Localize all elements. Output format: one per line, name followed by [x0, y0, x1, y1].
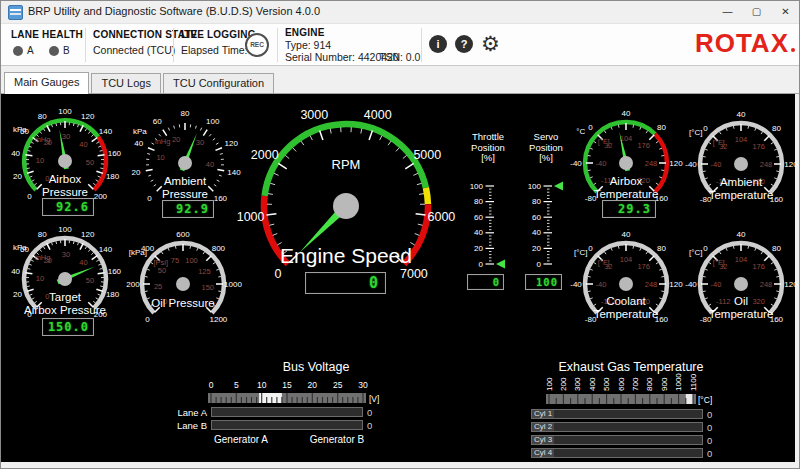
engine-label: ENGINE	[285, 27, 325, 38]
generator-a-label: Generator A	[195, 434, 287, 445]
svg-text:100: 100	[528, 182, 542, 191]
svg-text:100: 100	[206, 117, 220, 126]
svg-text:120: 120	[81, 112, 95, 121]
svg-text:[°F]: [°F]	[713, 258, 725, 267]
maximize-button[interactable]: ▢	[742, 1, 771, 23]
airbox-pressure-title: Airbox Pressure	[6, 173, 124, 199]
svg-text:7000: 7000	[400, 267, 428, 281]
app-icon	[8, 5, 23, 20]
svg-text:600: 600	[176, 232, 190, 239]
lane-b-value: 0	[367, 420, 372, 431]
lane-a-value: 0	[367, 407, 372, 418]
cyl-2-value: 0	[707, 422, 712, 433]
svg-text:30: 30	[62, 250, 70, 259]
airbox-temperature-readout: 29.3	[602, 200, 656, 218]
svg-text:[°C]: [°C]	[698, 395, 712, 405]
svg-text:104: 104	[620, 255, 633, 264]
svg-text:40: 40	[134, 139, 143, 148]
bus-voltage-scale: 051015202530[V]	[207, 380, 385, 406]
ambient-pressure-readout: 92.9	[162, 200, 214, 218]
svg-text:176: 176	[637, 141, 650, 150]
svg-text:200: 200	[126, 280, 140, 289]
app-window: BRP Utility and Diagnostic Software (B.U…	[0, 0, 800, 469]
svg-text:inHg: inHg	[35, 253, 50, 262]
svg-text:176: 176	[752, 142, 765, 151]
svg-text:248: 248	[645, 159, 658, 168]
svg-text:80: 80	[772, 244, 781, 253]
svg-text:0: 0	[479, 260, 484, 269]
svg-text:100: 100	[185, 256, 198, 265]
tab-main-gauges[interactable]: Main Gauges	[4, 72, 89, 94]
title-bar: BRP Utility and Diagnostic Software (B.U…	[1, 1, 799, 23]
oil-pressure-dial: 0200400600800100012000255075100125150[kP…	[124, 232, 242, 326]
svg-text:176: 176	[752, 262, 765, 271]
cyl-3-label: Cyl 3	[532, 436, 554, 444]
svg-text:80: 80	[38, 230, 47, 239]
engine-speed-title: Engine Speed	[231, 245, 461, 267]
svg-text:248: 248	[760, 280, 773, 289]
svg-text:15: 15	[282, 380, 292, 390]
svg-text:25: 25	[154, 282, 162, 291]
svg-text:kPa: kPa	[133, 127, 147, 136]
info-icon[interactable]: i	[429, 35, 447, 53]
svg-text:3000: 3000	[300, 108, 328, 122]
coolant-temperature-title: Coolant Temperature	[567, 295, 685, 321]
svg-text:100: 100	[470, 182, 484, 191]
svg-text:80: 80	[657, 244, 666, 253]
svg-text:-40: -40	[685, 160, 697, 169]
svg-text:176: 176	[637, 262, 650, 271]
svg-text:40: 40	[532, 228, 541, 237]
svg-text:10: 10	[36, 156, 44, 165]
svg-text:40: 40	[737, 232, 746, 239]
tab-tcu-configuration[interactable]: TCU Configuration	[163, 73, 274, 93]
record-button[interactable]: REC	[245, 33, 269, 57]
svg-text:40: 40	[737, 112, 746, 119]
svg-text:10: 10	[257, 380, 267, 390]
svg-text:100: 100	[58, 109, 72, 116]
svg-text:100: 100	[58, 227, 72, 234]
svg-text:160: 160	[108, 149, 122, 158]
engine-speed-readout: 0	[305, 272, 386, 294]
svg-text:-40: -40	[685, 280, 697, 289]
svg-text:°C: °C	[576, 127, 585, 136]
bus-voltage-title: Bus Voltage	[254, 361, 378, 374]
engine-type: Type: 914	[285, 39, 331, 51]
servo-position-readout: 100	[525, 274, 562, 290]
tab-tcu-logs[interactable]: TCU Logs	[91, 73, 161, 93]
svg-text:40: 40	[79, 258, 87, 267]
help-icon[interactable]: ?	[455, 35, 473, 53]
svg-text:300: 300	[573, 377, 582, 391]
throttle-position-readout: 0	[467, 274, 504, 290]
svg-text:100: 100	[545, 377, 554, 391]
svg-text:10: 10	[156, 153, 164, 162]
svg-text:248: 248	[760, 160, 773, 169]
svg-text:-40: -40	[596, 159, 607, 168]
svg-text:-40: -40	[570, 159, 582, 168]
svg-text:-40: -40	[570, 280, 582, 289]
svg-text:120: 120	[784, 280, 798, 289]
svg-text:30: 30	[196, 138, 204, 147]
throttle-position-title: Throttle Position [%]	[456, 132, 520, 164]
svg-text:80: 80	[657, 123, 666, 132]
target-airbox-pressure-title: Target Airbox Pressure	[6, 291, 124, 317]
svg-text:25: 25	[333, 380, 343, 390]
svg-text:140: 140	[99, 245, 113, 254]
svg-text:600: 600	[617, 377, 626, 391]
settings-icon[interactable]: ⚙	[481, 35, 499, 53]
target-airbox-pressure-readout: 150.0	[42, 318, 94, 336]
minimize-button[interactable]: —	[713, 1, 742, 23]
close-button[interactable]: ✕	[771, 1, 800, 23]
egt-scale: 10020030040050060070080090010001100[°C]	[539, 371, 723, 407]
generator-b-label: Generator B	[291, 434, 383, 445]
svg-text:0: 0	[703, 244, 708, 253]
svg-text:0: 0	[275, 267, 282, 281]
svg-text:1000: 1000	[674, 373, 683, 391]
svg-text:5: 5	[234, 380, 239, 390]
svg-text:120: 120	[784, 160, 798, 169]
svg-text:800: 800	[645, 377, 654, 391]
svg-text:kPa: kPa	[13, 125, 27, 134]
svg-text:inHg: inHg	[155, 137, 170, 146]
svg-text:0: 0	[703, 124, 708, 133]
svg-text:-40: -40	[596, 280, 607, 289]
svg-text:20: 20	[308, 380, 318, 390]
